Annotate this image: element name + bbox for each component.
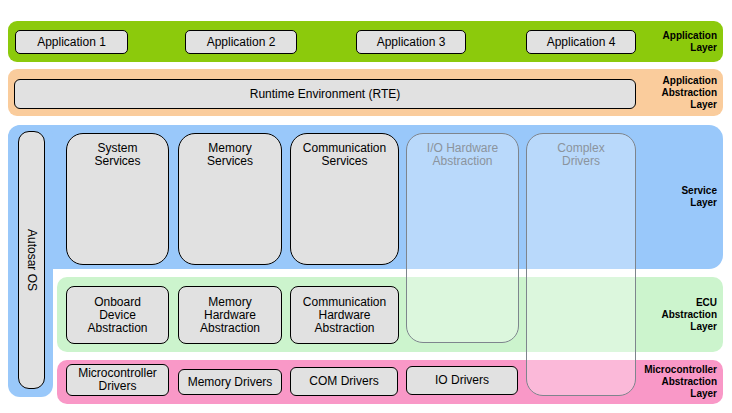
application-2-box: Application 2 (185, 30, 297, 54)
memory-drivers-box: Memory Drivers (178, 369, 282, 395)
memory-hardware-abstraction-box: Memory Hardware Abstraction (178, 286, 282, 344)
complex-drivers-box: Complex Drivers (526, 133, 636, 396)
autosar-os-label: Autosar OS (25, 229, 38, 291)
microcontroller-drivers-box: Microcontroller Drivers (66, 364, 169, 396)
com-drivers-box: COM Drivers (290, 367, 398, 396)
runtime-environment-box: Runtime Environment (RTE) (14, 79, 636, 109)
communication-hardware-abstraction-box: Communication Hardware Abstraction (290, 286, 399, 344)
onboard-device-abstraction-box: Onboard Device Abstraction (66, 286, 169, 344)
service-layer-label: Service Layer (607, 185, 717, 209)
application-1-box: Application 1 (15, 30, 128, 54)
io-hardware-abstraction-box: I/O Hardware Abstraction (406, 133, 519, 343)
microcontroller-abstraction-layer-label: Microcontroller Abstraction Layer (607, 364, 717, 400)
memory-services-box: Memory Services (178, 133, 282, 265)
application-layer-label: Application Layer (607, 30, 717, 54)
ecu-abstraction-layer-label: ECU Abstraction Layer (607, 297, 717, 333)
autosar-os-bar: Autosar OS (18, 131, 45, 389)
application-3-box: Application 3 (356, 30, 466, 54)
system-services-box: System Services (66, 133, 169, 265)
io-drivers-box: IO Drivers (406, 366, 518, 395)
communication-services-box: Communication Services (290, 133, 399, 265)
autosar-layered-architecture-diagram: Application 1 Application 2 Application … (0, 0, 732, 413)
application-abstraction-layer-label: Application Abstraction Layer (607, 75, 717, 111)
